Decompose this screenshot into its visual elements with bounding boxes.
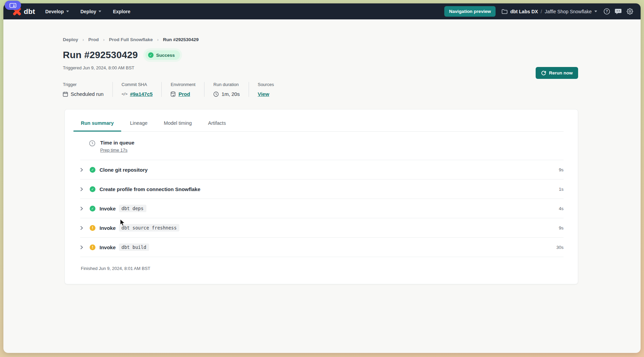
success-check-icon [90, 206, 95, 211]
clock-outline-icon [89, 140, 95, 147]
chevron-right-icon[interactable] [80, 206, 88, 211]
breadcrumb-separator: › [103, 37, 105, 42]
refresh-icon [541, 70, 546, 75]
clock-icon [213, 91, 219, 97]
tab-artifacts[interactable]: Artifacts [208, 120, 227, 131]
finished-timestamp: Finished Jun 9, 2024, 8:01 AM BST [80, 257, 564, 281]
database-icon [171, 91, 176, 97]
dbt-logo-text: dbt [24, 7, 35, 16]
step-duration: 1s [559, 187, 564, 192]
step-row-clone-git[interactable]: Clone git repository 9s [80, 160, 564, 180]
breadcrumb-job[interactable]: Prod Full Snowflake [109, 37, 153, 42]
app-window: dbt Develop Deploy Explore Navigation pr… [3, 3, 641, 353]
help-icon[interactable]: ? [603, 8, 610, 15]
meta-environment: Environment Prod [161, 82, 204, 97]
title-row: Run #292530429 Success [63, 50, 641, 61]
breadcrumb-separator: › [83, 37, 84, 42]
success-check-icon [148, 52, 154, 58]
chevron-down-icon [99, 11, 101, 12]
time-in-queue-block: Time in queue Prep time 17s [80, 132, 564, 160]
breadcrumb-prod[interactable]: Prod [88, 37, 99, 42]
project-switcher[interactable]: dbt Labs DX / Jaffle Shop Snowflake [502, 9, 597, 14]
chevron-right-icon[interactable] [80, 168, 88, 172]
run-meta-row: Trigger Scheduled run Commit SHA </> #9a… [63, 82, 641, 97]
step-command: dbt source freshness [119, 224, 180, 232]
tab-model-timing[interactable]: Model timing [163, 120, 192, 131]
success-check-icon [90, 167, 95, 173]
sources-view-link[interactable]: View [258, 91, 269, 97]
tab-bar: Run summary Lineage Model timing Artifac… [80, 109, 564, 132]
breadcrumb-current-run: Run #292530429 [163, 37, 199, 42]
warning-icon [90, 225, 95, 231]
screen-share-icon [10, 3, 16, 8]
meta-sources: Sources View [249, 82, 283, 97]
tab-run-summary[interactable]: Run summary [80, 120, 114, 131]
step-command: dbt deps [119, 205, 146, 212]
topbar: dbt Develop Deploy Explore Navigation pr… [3, 3, 641, 19]
feedback-icon[interactable] [615, 8, 622, 15]
chevron-right-icon[interactable] [80, 226, 88, 230]
step-row-dbt-deps[interactable]: Invoke dbt deps 4s [80, 199, 564, 218]
status-badge: Success [145, 50, 180, 60]
topbar-right: Navigation preview dbt Labs DX / Jaffle … [444, 6, 633, 17]
run-detail-page: Deploy › Prod › Prod Full Snowflake › Ru… [3, 37, 641, 97]
environment-link[interactable]: Prod [178, 91, 190, 97]
gear-icon[interactable] [626, 8, 633, 15]
prep-time-link[interactable]: Prep time 17s [100, 148, 127, 153]
chevron-down-icon [66, 11, 69, 12]
step-row-create-profile[interactable]: Create profile from connection Snowflake… [80, 180, 564, 199]
run-summary-card: Run summary Lineage Model timing Artifac… [65, 109, 578, 284]
meta-commit-sha: Commit SHA </> #9a147c5 [112, 82, 162, 97]
chevron-right-icon[interactable] [80, 187, 88, 191]
step-row-dbt-build[interactable]: Invoke dbt build 30s [80, 238, 564, 257]
navigation-preview-button[interactable]: Navigation preview [444, 6, 496, 17]
account-name: dbt Labs DX [510, 9, 538, 14]
queue-title: Time in queue [100, 140, 135, 146]
project-name: Jaffle Shop Snowflake [545, 9, 592, 14]
page-title: Run #292530429 [63, 50, 138, 61]
step-duration: 9s [559, 167, 564, 172]
meta-run-duration: Run duration 1m, 20s [204, 82, 248, 97]
chevron-down-icon [594, 11, 597, 12]
step-duration: 4s [559, 206, 564, 211]
tab-lineage[interactable]: Lineage [129, 120, 148, 131]
nav-item-explore[interactable]: Explore [113, 9, 130, 14]
run-duration-value: 1m, 20s [221, 91, 239, 97]
meta-trigger: Trigger Scheduled run [63, 82, 112, 97]
warning-icon [90, 244, 95, 250]
rerun-now-button[interactable]: Rerun now [536, 67, 578, 79]
nav-item-deploy[interactable]: Deploy [80, 9, 102, 14]
step-command: dbt build [119, 243, 149, 251]
chevron-right-icon[interactable] [80, 245, 88, 250]
step-row-dbt-source-freshness[interactable]: Invoke dbt source freshness 9s [80, 218, 564, 238]
commit-sha-link[interactable]: #9a147c5 [130, 91, 153, 97]
calendar-icon [63, 91, 68, 97]
breadcrumb-deploy[interactable]: Deploy [63, 37, 78, 42]
step-duration: 9s [559, 225, 564, 231]
svg-text:?: ? [606, 10, 608, 13]
breadcrumb: Deploy › Prod › Prod Full Snowflake › Ru… [63, 37, 641, 42]
step-duration: 30s [556, 245, 564, 250]
nav-item-develop[interactable]: Develop [45, 9, 69, 14]
success-check-icon [90, 186, 95, 192]
folder-icon [502, 9, 507, 14]
breadcrumb-separator: › [157, 37, 159, 42]
primary-nav: Develop Deploy Explore [45, 9, 130, 14]
trigger-value: Scheduled run [71, 91, 104, 97]
topbar-icons: ? [603, 8, 633, 15]
code-icon: </> [122, 92, 127, 96]
screen-share-badge[interactable] [5, 1, 21, 10]
